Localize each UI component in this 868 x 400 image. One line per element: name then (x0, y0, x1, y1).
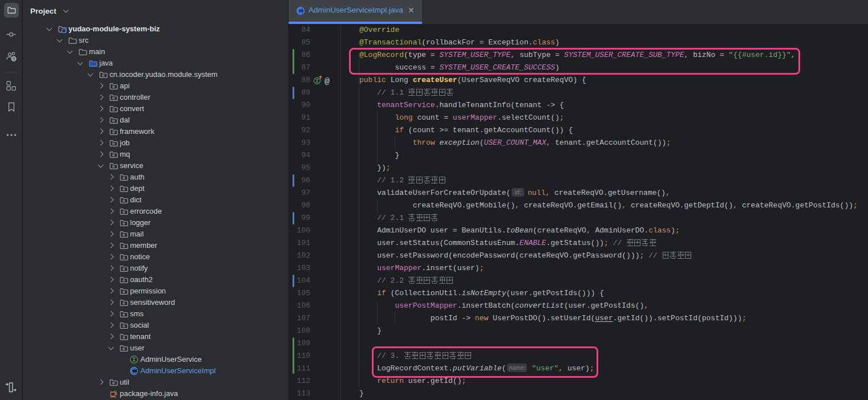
svg-text:?: ? (12, 56, 15, 62)
svg-text:@: @ (325, 77, 330, 86)
